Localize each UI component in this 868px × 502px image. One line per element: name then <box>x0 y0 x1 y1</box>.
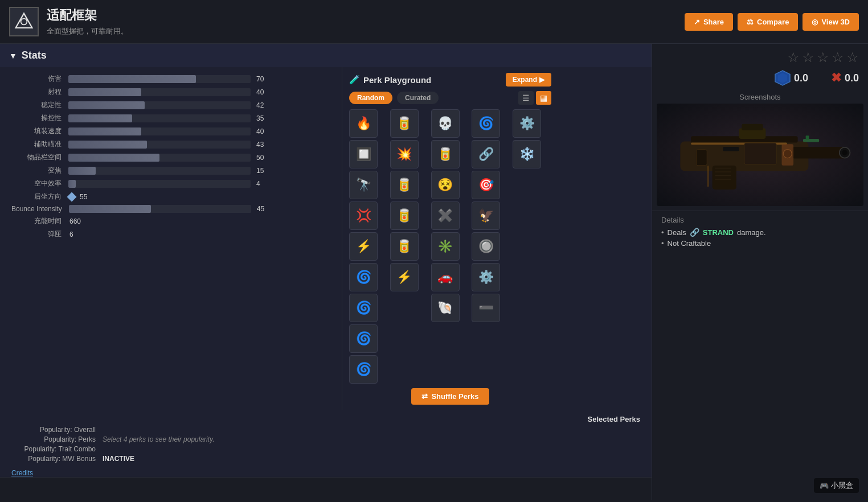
strand-icon: 🔗 <box>690 228 699 237</box>
perk-cell[interactable]: ⚙️ <box>513 109 541 138</box>
stats-header[interactable]: ▼ Stats <box>0 44 652 67</box>
perk-cell[interactable]: 🎯 <box>472 171 500 199</box>
perk-cell[interactable]: ➖ <box>472 294 500 322</box>
perk-cell[interactable]: ⚙️ <box>472 263 500 291</box>
svg-marker-0 <box>16 14 32 28</box>
curated-filter-button[interactable]: Curated <box>397 92 439 104</box>
shuffle-icon: ⇄ <box>421 392 428 401</box>
perk-cell[interactable]: 🥫 <box>390 171 419 199</box>
perk-icon: 🔗 <box>478 147 494 162</box>
perk-icon: ✳️ <box>437 239 453 254</box>
stat-bar-container <box>68 141 251 149</box>
bounce-label: Bounce Intensity <box>11 205 69 213</box>
stat-value: 70 <box>251 75 271 83</box>
filter-row: Random Curated ☰ ▦ <box>349 91 551 105</box>
perk-grid: 🔥🥫💀🌀⚙️🔲💥🥫🔗❄️🔭🥫😵🎯💢🥫✖️🦅⚡🥫✳️🔘🌀⚡🚗⚙️🌀🐚➖🌀🌀 <box>349 109 551 384</box>
perk-icon: 🔲 <box>356 147 371 162</box>
perk-cell[interactable]: 🥫 <box>390 201 419 230</box>
star-4[interactable]: ☆ <box>832 50 844 65</box>
perk-cell[interactable]: ✳️ <box>431 232 460 261</box>
perk-cell[interactable]: 💢 <box>349 201 378 230</box>
star-1[interactable]: ☆ <box>787 50 800 65</box>
expand-button[interactable]: Expand ▶ <box>506 73 551 87</box>
perk-icon: ⚡ <box>396 270 412 285</box>
perk-cell[interactable]: 🔭 <box>349 171 378 199</box>
pop-mw-row: Popularity: MW Bonus INACTIVE <box>11 455 640 463</box>
view3d-button[interactable]: ◎ View 3D <box>803 13 859 31</box>
perk-icon: 🚗 <box>437 270 453 285</box>
stat-bar-fill <box>68 141 147 149</box>
stat-bars-column: 伤害70射程40稳定性42操控性35填装速度40辅助瞄准43物品栏空间50变焦1… <box>0 67 342 410</box>
perk-icon: 💀 <box>437 116 453 131</box>
stat-bar-container <box>68 114 251 122</box>
stat-bar-fill <box>68 101 145 109</box>
perk-cell[interactable]: 🔥 <box>349 109 378 138</box>
stat-bar-container <box>68 127 251 135</box>
perk-cell[interactable]: 💀 <box>431 109 460 138</box>
compare-button[interactable]: ⚖ Compare <box>738 13 798 31</box>
stat-label: 伤害 <box>11 74 68 84</box>
perk-cell[interactable]: 💥 <box>390 140 419 168</box>
credits-link[interactable]: Credits <box>0 467 652 477</box>
share-button[interactable]: ↗ Share <box>685 13 733 31</box>
perk-cell[interactable]: 🥫 <box>390 232 419 261</box>
watermark-icon: 🎮 <box>820 482 829 490</box>
star-5[interactable]: ☆ <box>846 50 859 65</box>
bounce-value: 45 <box>251 205 272 213</box>
charge-value: 660 <box>68 217 81 225</box>
perk-cell[interactable]: ❄️ <box>513 140 541 168</box>
flask-icon: 🧪 <box>349 75 360 85</box>
perk-icon: 🥫 <box>396 239 412 254</box>
detail-craftable-text: Not Craftable <box>668 239 711 248</box>
screenshot-area <box>657 104 863 206</box>
header-title-block: 适配框架 全面型握把，可靠耐用。 <box>47 7 685 36</box>
perk-cell[interactable]: ✖️ <box>431 201 460 230</box>
stats-section: ▼ Stats 伤害70射程40稳定性42操控性35填装速度40辅助瞄准43物品… <box>0 44 652 478</box>
perk-cell[interactable]: 🦅 <box>472 201 500 230</box>
perk-cell[interactable]: 🥫 <box>431 140 460 168</box>
bullet-icon-2: • <box>661 239 664 248</box>
perk-icon: 🦅 <box>478 208 494 223</box>
view-toggle: ☰ ▦ <box>518 91 551 105</box>
strand-label: STRAND <box>703 228 734 237</box>
perk-cell[interactable]: 🐚 <box>431 294 460 322</box>
charge-label: 充能时间 <box>11 216 68 226</box>
perk-cell[interactable]: 😵 <box>431 171 460 199</box>
expand-icon: ▶ <box>539 76 544 84</box>
perk-cell[interactable]: ⚡ <box>390 263 419 291</box>
perk-cell[interactable]: 🌀 <box>349 294 378 322</box>
shuffle-perks-button[interactable]: ⇄ Shuffle Perks <box>411 388 489 405</box>
perk-cell[interactable]: 🚗 <box>431 263 460 291</box>
stat-row: 辅助瞄准43 <box>11 139 330 149</box>
perk-cell[interactable]: ⚡ <box>349 232 378 261</box>
pop-overall-label: Popularity: Overall <box>11 426 103 434</box>
star-3[interactable]: ☆ <box>817 50 829 65</box>
perk-cell[interactable]: 🥫 <box>390 109 419 138</box>
stats-body: 伤害70射程40稳定性42操控性35填装速度40辅助瞄准43物品栏空间50变焦1… <box>0 67 652 410</box>
perk-cell[interactable]: 🔗 <box>472 140 500 168</box>
perk-cell[interactable]: 🌀 <box>349 263 378 291</box>
perk-cell[interactable]: 🔘 <box>472 232 500 261</box>
star-2[interactable]: ☆ <box>802 50 814 65</box>
pop-overall-row: Popularity: Overall <box>11 426 640 434</box>
main-layout: ▼ Stats 伤害70射程40稳定性42操控性35填装速度40辅助瞄准43物品… <box>0 44 868 500</box>
pop-trait-label: Popularity: Trait Combo <box>11 445 103 453</box>
bounce-intensity-row: Bounce Intensity 45 <box>11 205 330 213</box>
svg-rect-18 <box>805 135 809 140</box>
random-filter-button[interactable]: Random <box>349 92 392 104</box>
svg-point-11 <box>842 150 847 155</box>
grid-view-button[interactable]: ▦ <box>536 91 551 105</box>
perk-icon: 🌀 <box>356 331 371 346</box>
stat-row: 射程40 <box>11 87 330 97</box>
perk-cell[interactable]: 🌀 <box>349 324 378 353</box>
perk-cell[interactable]: 🌀 <box>472 109 500 138</box>
perk-cell <box>390 294 419 322</box>
svg-rect-17 <box>803 139 819 142</box>
stat-bar-container <box>68 154 251 162</box>
list-view-button[interactable]: ☰ <box>518 91 534 105</box>
perk-icon: ⚡ <box>356 239 371 254</box>
perk-cell[interactable]: 🌀 <box>349 355 378 384</box>
stat-row: 空中效率4 <box>11 179 330 188</box>
svg-rect-14 <box>696 150 707 166</box>
perk-cell[interactable]: 🔲 <box>349 140 378 168</box>
